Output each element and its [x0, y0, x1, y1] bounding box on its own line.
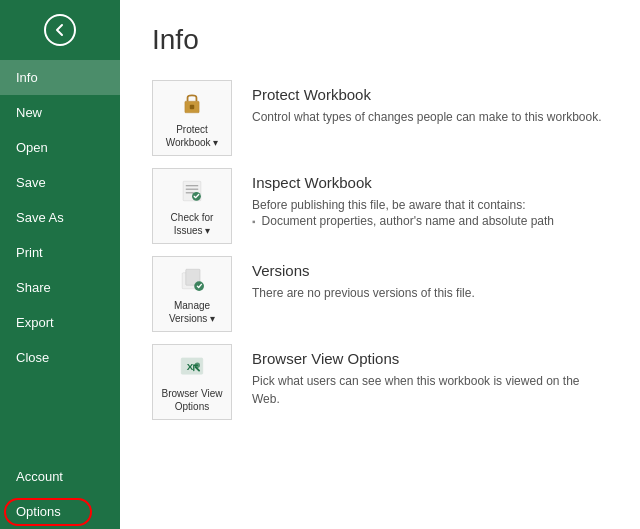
sidebar-item-share[interactable]: Share	[0, 270, 120, 305]
inspect-workbook-title: Inspect Workbook	[252, 174, 608, 191]
svg-rect-1	[190, 105, 194, 109]
inspect-workbook-section: Check forIssues ▾ Inspect Workbook Befor…	[152, 168, 608, 244]
versions-icon	[174, 263, 210, 295]
protect-workbook-text: Protect Workbook Control what types of c…	[252, 80, 608, 126]
versions-desc: There are no previous versions of this f…	[252, 284, 608, 302]
sidebar-item-print[interactable]: Print	[0, 235, 120, 270]
versions-section: ManageVersions ▾ Versions There are no p…	[152, 256, 608, 332]
sidebar-item-save-as[interactable]: Save As	[0, 200, 120, 235]
manage-versions-label: ManageVersions ▾	[169, 299, 215, 325]
check-issues-icon	[174, 175, 210, 207]
sidebar-item-export[interactable]: Export	[0, 305, 120, 340]
browser-view-title: Browser View Options	[252, 350, 608, 367]
sidebar-item-options[interactable]: Options	[0, 494, 120, 529]
versions-title: Versions	[252, 262, 608, 279]
svg-text:X: X	[187, 361, 194, 372]
page-title: Info	[152, 24, 608, 56]
protect-workbook-title: Protect Workbook	[252, 86, 608, 103]
sidebar-item-new[interactable]: New	[0, 95, 120, 130]
inspect-workbook-button[interactable]: Check forIssues ▾	[152, 168, 232, 244]
browser-view-text: Browser View Options Pick what users can…	[252, 344, 608, 408]
sidebar-item-open[interactable]: Open	[0, 130, 120, 165]
protect-workbook-section: ProtectWorkbook ▾ Protect Workbook Contr…	[152, 80, 608, 156]
sidebar-item-account[interactable]: Account	[0, 459, 120, 494]
protect-workbook-label: ProtectWorkbook ▾	[166, 123, 219, 149]
sidebar-spacer	[0, 375, 120, 459]
sidebar-item-info[interactable]: Info	[0, 60, 120, 95]
protect-workbook-button[interactable]: ProtectWorkbook ▾	[152, 80, 232, 156]
lock-icon	[174, 87, 210, 119]
browser-view-label: Browser ViewOptions	[162, 387, 223, 413]
main-content: Info ProtectWorkbook ▾ Protect Workbook …	[120, 0, 640, 529]
manage-versions-button[interactable]: ManageVersions ▾	[152, 256, 232, 332]
inspect-bullet-1: Document properties, author's name and a…	[252, 214, 608, 228]
inspect-workbook-text: Inspect Workbook Before publishing this …	[252, 168, 608, 228]
back-icon	[44, 14, 76, 46]
back-button[interactable]	[0, 0, 120, 60]
sidebar-item-close[interactable]: Close	[0, 340, 120, 375]
protect-workbook-desc: Control what types of changes people can…	[252, 108, 608, 126]
check-issues-label: Check forIssues ▾	[171, 211, 214, 237]
browser-view-section: X Browser ViewOptions Browser View Optio…	[152, 344, 608, 420]
browser-view-desc: Pick what users can see when this workbo…	[252, 372, 608, 408]
sidebar-item-save[interactable]: Save	[0, 165, 120, 200]
versions-text: Versions There are no previous versions …	[252, 256, 608, 302]
inspect-workbook-bullets: Document properties, author's name and a…	[252, 214, 608, 228]
browser-view-icon: X	[174, 351, 210, 383]
sidebar-nav: Info New Open Save Save As Print Share E…	[0, 60, 120, 529]
browser-view-options-button[interactable]: X Browser ViewOptions	[152, 344, 232, 420]
inspect-workbook-desc: Before publishing this file, be aware th…	[252, 196, 608, 214]
sidebar: Info New Open Save Save As Print Share E…	[0, 0, 120, 529]
